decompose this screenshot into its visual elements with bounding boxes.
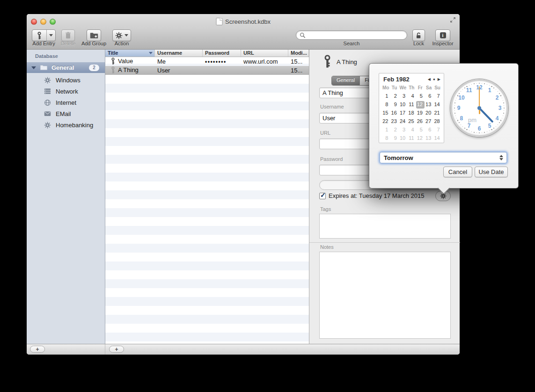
calendar-day[interactable]: 25	[407, 118, 416, 125]
add-entry-button[interactable]	[32, 29, 56, 41]
calendar-day[interactable]: 27	[425, 118, 433, 125]
clock-tick	[500, 120, 501, 121]
calendar-day[interactable]: 12	[416, 135, 425, 142]
calendar-day[interactable]: 8	[381, 101, 390, 109]
calendar-day[interactable]: 21	[433, 109, 441, 117]
calendar-day[interactable]: 15	[381, 109, 390, 117]
calendar-day[interactable]: 6	[425, 93, 433, 100]
use-date-button[interactable]: Use Date	[475, 167, 508, 177]
column-header-modi[interactable]: Modi...	[288, 50, 309, 57]
calendar-day[interactable]: 19	[416, 109, 425, 117]
calendar-day[interactable]: 7	[433, 126, 441, 134]
calendar-day[interactable]: 22	[381, 118, 390, 125]
column-header-username[interactable]: Username	[155, 50, 203, 57]
calendar-day[interactable]: 24	[399, 118, 407, 125]
add-entry-plus-button[interactable]: +	[109, 346, 124, 353]
sidebar-item-windows[interactable]: Windows	[27, 74, 105, 86]
sidebar-item-email[interactable]: EMail	[27, 108, 105, 119]
gear-icon	[115, 32, 123, 39]
calendar: Feb 1982 ◀ ● ▶ MoTuWeThFrSaSu 1234567891…	[379, 73, 444, 143]
minimize-button[interactable]	[40, 19, 46, 25]
calendar-day[interactable]: 7	[433, 93, 441, 100]
sidebar-item-internet[interactable]: Internet	[27, 97, 105, 108]
clock-tick	[493, 87, 494, 88]
calendar-day[interactable]: 2	[390, 126, 398, 134]
search-field[interactable]	[296, 30, 407, 40]
clock-tick	[504, 110, 504, 111]
sidebar-group-general[interactable]: General 2	[27, 62, 105, 73]
gear-icon	[44, 76, 51, 84]
calendar-day[interactable]: 5	[416, 126, 425, 134]
divider	[309, 242, 460, 243]
calendar-day[interactable]: 9	[390, 135, 398, 142]
sidebar-item-homebanking[interactable]: Homebanking	[27, 119, 105, 131]
today-button[interactable]: ●	[433, 77, 435, 81]
next-month-button[interactable]: ▶	[438, 77, 440, 81]
calendar-day[interactable]: 13	[425, 101, 433, 109]
table-body: ValueMe••••••••www.url.com15...A ThingUs…	[105, 57, 309, 344]
disclosure-triangle-icon[interactable]	[31, 66, 36, 69]
tab-general[interactable]: General	[332, 76, 359, 85]
clock-hour-hand	[479, 108, 494, 123]
fullscreen-icon[interactable]	[450, 17, 456, 23]
calendar-day[interactable]: 3	[399, 126, 407, 134]
calendar-day[interactable]: 11	[407, 101, 416, 109]
expires-checkbox[interactable]: ✓	[319, 193, 326, 199]
calendar-day[interactable]: 8	[381, 135, 390, 142]
lock-button[interactable]	[412, 29, 425, 41]
preset-dropdown[interactable]: Tomorrow	[380, 152, 507, 163]
cell-password: ••••••••	[203, 58, 241, 65]
calendar-day[interactable]: 6	[425, 126, 433, 134]
search-input[interactable]	[308, 31, 407, 39]
table-row[interactable]: A ThingUser15...	[105, 66, 309, 75]
calendar-day[interactable]: 28	[433, 118, 441, 125]
calendar-day[interactable]: 20	[425, 109, 433, 117]
sidebar-item-network[interactable]: Network	[27, 86, 105, 97]
clock-tick	[476, 132, 477, 133]
cancel-button[interactable]: Cancel	[443, 167, 472, 177]
add-group-plus-button[interactable]: +	[30, 346, 45, 353]
calendar-day[interactable]: 17	[399, 109, 407, 117]
cell-title: Value	[105, 58, 155, 66]
calendar-day[interactable]: 10	[399, 135, 407, 142]
notes-input[interactable]	[319, 252, 451, 339]
calendar-day-headers: MoTuWeThFrSaSu	[381, 85, 442, 90]
preset-dropdown-value: Tomorrow	[384, 154, 499, 161]
calendar-day[interactable]: 4	[407, 93, 416, 100]
add-entry-dropdown[interactable]	[47, 34, 55, 36]
table-row[interactable]: ValueMe••••••••www.url.com15...	[105, 57, 309, 66]
add-group-button[interactable]	[87, 29, 101, 41]
clock-tick	[471, 131, 472, 132]
calendar-day[interactable]: 18	[407, 109, 416, 117]
calendar-day[interactable]: 1	[381, 126, 390, 134]
calendar-day[interactable]: 13	[425, 135, 433, 142]
calendar-day-selected[interactable]: 12	[416, 101, 425, 109]
calendar-day[interactable]: 14	[433, 101, 441, 109]
prev-month-button[interactable]: ◀	[428, 77, 431, 81]
close-button[interactable]	[31, 19, 37, 25]
calendar-day[interactable]: 23	[390, 118, 398, 125]
clock-tick	[459, 93, 459, 94]
calendar-day[interactable]: 2	[390, 93, 398, 100]
calendar-day[interactable]: 3	[399, 93, 407, 100]
calendar-day[interactable]: 4	[407, 126, 416, 134]
sidebar-group-label: General	[51, 64, 89, 71]
inspector-button[interactable]: i	[435, 29, 450, 41]
calendar-day[interactable]: 16	[390, 109, 398, 117]
column-header-url[interactable]: URL	[241, 50, 288, 57]
calendar-day[interactable]: 9	[390, 101, 398, 109]
entries-table: TitleUsernamePasswordURLModi... ValueMe•…	[105, 50, 309, 344]
window-title-text: Screenshot.kdbx	[225, 18, 271, 25]
calendar-day[interactable]: 14	[433, 135, 441, 142]
tags-input[interactable]	[319, 214, 451, 239]
action-button[interactable]	[112, 29, 131, 41]
calendar-day[interactable]: 10	[399, 101, 407, 109]
calendar-day[interactable]: 26	[416, 118, 425, 125]
clock-tick	[469, 131, 469, 131]
calendar-day[interactable]: 1	[381, 93, 390, 100]
column-header-password[interactable]: Password	[203, 50, 241, 57]
calendar-day[interactable]: 11	[407, 135, 416, 142]
zoom-button[interactable]	[50, 19, 56, 25]
column-header-title[interactable]: Title	[105, 50, 155, 57]
calendar-day[interactable]: 5	[416, 93, 425, 100]
